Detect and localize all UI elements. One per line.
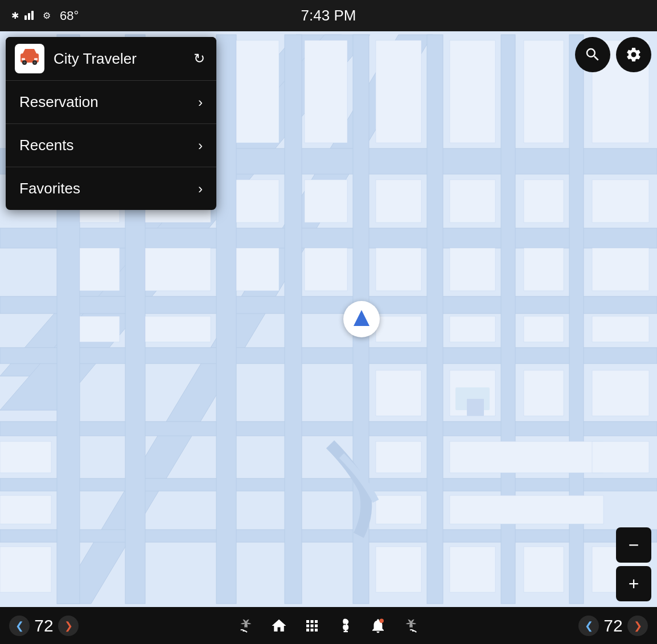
svg-rect-61	[0, 547, 51, 592]
zoom-in-button[interactable]: +	[616, 566, 651, 601]
svg-rect-59	[0, 441, 51, 473]
svg-rect-40	[236, 248, 279, 291]
status-bar-left: ✱ ⚙ 68°	[11, 9, 79, 23]
svg-rect-63	[450, 496, 603, 524]
search-icon	[584, 46, 601, 63]
favorites-label: Favorites	[19, 180, 80, 197]
right-decrease-arrow-icon: ❮	[585, 620, 593, 632]
gear-icon	[625, 46, 642, 63]
search-button[interactable]	[575, 37, 610, 72]
svg-rect-69	[467, 399, 484, 416]
svg-rect-13	[0, 530, 657, 542]
svg-rect-33	[305, 180, 347, 222]
reservation-menu-item[interactable]: Reservation ›	[6, 81, 216, 124]
svg-rect-9	[0, 296, 657, 313]
settings-status-icon: ⚙	[43, 10, 51, 21]
bottom-center-icons	[237, 617, 420, 634]
svg-rect-47	[145, 316, 211, 342]
bottom-bar: ❮ 72 ❯	[0, 607, 657, 644]
svg-rect-34	[376, 180, 421, 222]
svg-rect-41	[305, 248, 347, 291]
svg-rect-66	[524, 547, 564, 592]
svg-rect-12	[0, 478, 657, 491]
status-time: 7:43 PM	[301, 7, 356, 24]
map-area[interactable]: City Traveler ↻ Reservation › Recents › …	[0, 31, 657, 607]
reservation-chevron-icon: ›	[198, 94, 203, 110]
zoom-out-button[interactable]: −	[616, 527, 651, 563]
svg-rect-36	[524, 180, 564, 222]
left-temp-control: ❮ 72 ❯	[9, 616, 79, 636]
zoom-controls: − +	[616, 527, 651, 601]
navigation-arrow-icon	[354, 310, 369, 326]
left-arrow-icon: ❮	[15, 620, 24, 632]
status-temperature: 68°	[60, 9, 79, 23]
svg-rect-56	[376, 441, 421, 473]
svg-rect-50	[524, 316, 564, 342]
top-right-buttons	[575, 37, 651, 72]
svg-rect-71	[22, 58, 25, 60]
svg-rect-32	[236, 180, 279, 222]
svg-point-75	[23, 61, 26, 64]
svg-rect-28	[524, 40, 564, 143]
svg-rect-2	[31, 11, 34, 20]
svg-rect-44	[524, 248, 564, 291]
apps-grid-icon[interactable]	[303, 617, 321, 634]
right-temp-decrease-button[interactable]: ❮	[578, 616, 599, 636]
svg-rect-8	[0, 228, 657, 248]
svg-rect-11	[0, 422, 657, 436]
app-icon-box	[15, 44, 44, 73]
settings-button[interactable]	[616, 37, 651, 72]
svg-rect-54	[524, 370, 564, 416]
recents-menu-item[interactable]: Recents ›	[6, 124, 216, 167]
svg-rect-19	[427, 35, 443, 604]
left-temperature-value: 72	[32, 616, 56, 635]
svg-rect-16	[216, 35, 236, 604]
right-temp-control: ❮ 72 ❯	[578, 616, 648, 636]
svg-rect-55	[592, 370, 649, 416]
svg-rect-10	[0, 348, 657, 364]
svg-rect-38	[80, 248, 120, 291]
svg-rect-39	[145, 248, 211, 291]
svg-rect-48	[376, 316, 421, 342]
svg-rect-45	[592, 248, 649, 291]
svg-rect-25	[305, 40, 347, 143]
svg-rect-17	[285, 35, 302, 604]
left-temp-increase-button[interactable]: ❯	[58, 616, 79, 636]
svg-rect-49	[450, 316, 495, 342]
svg-rect-35	[450, 180, 495, 222]
status-bar: ✱ ⚙ 68° 7:43 PM	[0, 0, 657, 31]
svg-rect-51	[592, 316, 649, 342]
right-arrow-icon: ❯	[64, 620, 73, 632]
right-temperature-value: 72	[601, 616, 625, 635]
svg-rect-72	[34, 58, 38, 60]
svg-rect-43	[450, 248, 495, 291]
car-icon	[19, 47, 40, 71]
home-icon[interactable]	[270, 617, 288, 634]
recents-label: Recents	[19, 137, 73, 154]
left-temp-decrease-button[interactable]: ❮	[9, 616, 30, 636]
svg-rect-42	[376, 248, 421, 291]
fan-icon[interactable]	[336, 617, 354, 634]
right-temp-increase-button[interactable]: ❯	[627, 616, 648, 636]
svg-point-77	[380, 618, 384, 623]
svg-rect-57	[450, 441, 603, 473]
svg-rect-24	[236, 40, 279, 143]
seat-heat-right-icon[interactable]	[403, 617, 420, 634]
notification-icon[interactable]	[369, 617, 387, 634]
favorites-menu-item[interactable]: Favorites ›	[6, 167, 216, 210]
favorites-chevron-icon: ›	[198, 181, 203, 197]
svg-rect-58	[592, 441, 649, 473]
right-increase-arrow-icon: ❯	[634, 620, 642, 632]
app-panel: City Traveler ↻ Reservation › Recents › …	[6, 37, 216, 210]
svg-rect-27	[450, 40, 495, 143]
svg-rect-62	[376, 496, 421, 524]
svg-rect-1	[28, 13, 30, 20]
app-header: City Traveler ↻	[6, 37, 216, 81]
svg-rect-60	[0, 496, 51, 524]
svg-rect-46	[80, 316, 120, 342]
svg-rect-65	[450, 547, 495, 592]
refresh-button[interactable]: ↻	[191, 48, 207, 69]
svg-rect-52	[376, 370, 421, 416]
fan-heat-left-icon[interactable]	[237, 617, 254, 634]
signal-icon	[24, 10, 37, 22]
